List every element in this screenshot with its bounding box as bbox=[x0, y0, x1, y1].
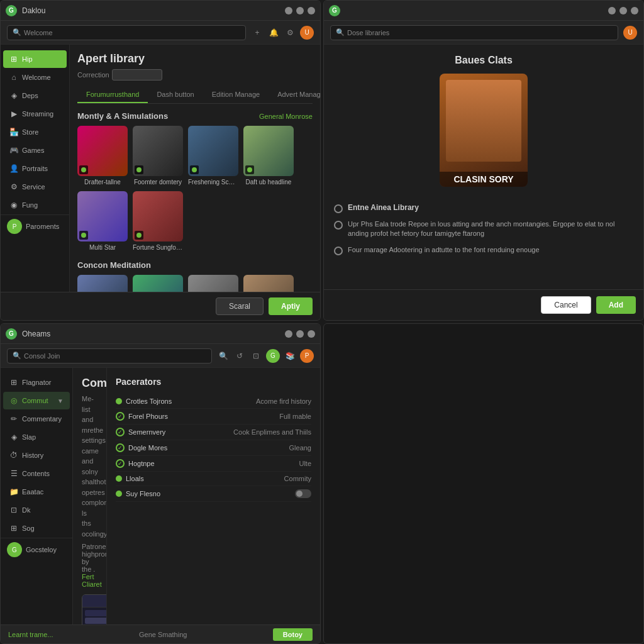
param-name: Lloals bbox=[126, 475, 144, 482]
sidebar-item-flagnator[interactable]: ⊞ Flagnator bbox=[3, 374, 70, 391]
tab-advert[interactable]: Advert Manage bbox=[269, 87, 320, 103]
window-icon[interactable]: ⊡ bbox=[250, 350, 262, 362]
close-button[interactable] bbox=[308, 330, 315, 338]
flagnator-icon: ⊞ bbox=[9, 378, 18, 387]
sidebar-item-community[interactable]: ◎ Commut ▼ bbox=[3, 392, 70, 409]
game-card[interactable]: Cam Harmongate bbox=[243, 275, 294, 292]
search2-icon[interactable]: 🔍 bbox=[217, 350, 230, 362]
param-check: ✓ bbox=[116, 428, 125, 436]
game-figure bbox=[446, 80, 521, 162]
bases-title: Baues Clats bbox=[455, 55, 513, 66]
user-avatar[interactable]: G bbox=[266, 349, 280, 363]
game-card[interactable]: Fortune Sungfountry bbox=[133, 191, 183, 252]
param-value: Cook Enplimes and Thiils bbox=[233, 428, 311, 436]
sidebar-label: Portraits bbox=[22, 165, 48, 172]
params-panel: Pacerators Crotles Tojrons Acome fird hi… bbox=[106, 368, 320, 625]
refresh-icon[interactable]: ↺ bbox=[233, 350, 246, 362]
game-card[interactable]: Full Dosh Gernation bbox=[188, 275, 238, 292]
sidebar-item-contents[interactable]: ☰ Contents bbox=[3, 465, 70, 482]
add-icon[interactable]: + bbox=[251, 26, 264, 39]
breadcrumb-input[interactable] bbox=[112, 69, 162, 80]
tab-forum[interactable]: Forumurrusthand bbox=[77, 87, 148, 103]
bottom-right-button[interactable]: Botoy bbox=[273, 628, 313, 641]
option-radio-3[interactable] bbox=[334, 247, 343, 255]
cancel-button[interactable]: Scaral bbox=[216, 297, 264, 315]
option-text-3: Four marage Adootering in adtutte to the… bbox=[348, 245, 540, 255]
dialog-footer: Cancel Add bbox=[324, 289, 643, 320]
user-avatar[interactable]: U bbox=[623, 26, 637, 40]
tab-dash[interactable]: Dash button bbox=[148, 87, 203, 103]
close-button[interactable] bbox=[631, 7, 638, 14]
see-more-1[interactable]: General Monrose bbox=[259, 113, 313, 120]
search-placeholder: Dose libraries bbox=[347, 29, 389, 36]
library-icon[interactable]: 📚 bbox=[284, 350, 296, 362]
game-card[interactable]: Multi Star bbox=[77, 191, 128, 252]
sidebar-label: History bbox=[22, 452, 43, 459]
sidebar-item-dk[interactable]: ⊡ Dk bbox=[3, 501, 70, 519]
search-box[interactable]: 🔍 Consol Join bbox=[7, 348, 212, 364]
window-controls bbox=[285, 7, 315, 14]
add-button[interactable]: Add bbox=[596, 296, 636, 314]
game-name: Daft ub headline bbox=[243, 179, 294, 186]
profile-avatar[interactable]: G bbox=[7, 542, 22, 557]
tab-edition[interactable]: Edition Manage bbox=[203, 87, 269, 103]
game-card[interactable]: Foomter domtery bbox=[133, 126, 183, 186]
search-placeholder: Consol Join bbox=[24, 352, 60, 360]
profile-name: Gocsteloy bbox=[26, 546, 57, 553]
option-label-1: Entne Ainea Library bbox=[348, 203, 419, 212]
game-card[interactable]: Scopper Themes bbox=[77, 275, 128, 292]
param-value: Full mable bbox=[279, 413, 311, 420]
game-thumbnail bbox=[243, 126, 294, 176]
sidebar-item-home[interactable]: ⊞ Hip bbox=[3, 50, 67, 68]
sidebar-item-fung[interactable]: ◉ Fung bbox=[3, 196, 67, 214]
sidebar-item-streaming[interactable]: ▶ Streaming bbox=[3, 105, 67, 123]
bottom-left-link[interactable]: Learnt trame... bbox=[8, 631, 53, 638]
sidebar-item-sog[interactable]: ⊞ Sog bbox=[3, 519, 70, 537]
game-card[interactable]: Full tellers bbox=[133, 275, 183, 292]
maximize-button[interactable] bbox=[619, 7, 627, 14]
sidebar-item-commentary[interactable]: ✏ Commentary bbox=[3, 410, 70, 428]
game-card[interactable]: Daft ub headline bbox=[243, 126, 294, 186]
close-button[interactable] bbox=[308, 7, 315, 14]
search-box[interactable]: 🔍 Dose libraries bbox=[330, 25, 618, 40]
user-avatar[interactable]: U bbox=[300, 26, 314, 40]
sidebar-item-welcome[interactable]: ⌂ Welcome bbox=[3, 69, 67, 86]
toggle-switch[interactable] bbox=[295, 489, 311, 498]
apply-button[interactable]: Aptiy bbox=[269, 297, 313, 315]
option-radio-2[interactable] bbox=[334, 221, 343, 230]
sidebar-item-slap[interactable]: ◈ Slap bbox=[3, 428, 70, 446]
cancel-button[interactable]: Cancel bbox=[541, 296, 591, 314]
feature-link[interactable]: Fert Cliaret bbox=[82, 573, 102, 588]
option-row-2: Upr Phs Eala trode Repoe in lous atting … bbox=[334, 219, 633, 239]
sidebar-item-history[interactable]: ⏱ History bbox=[3, 447, 70, 464]
settings-icon[interactable]: ⚙ bbox=[284, 26, 296, 39]
maximize-button[interactable] bbox=[296, 330, 304, 338]
window-library: G Daklou 🔍 Welcome + 🔔 ⚙ U ⊞ Hip ⌂ We bbox=[0, 0, 321, 321]
game-card[interactable]: Drafter-tallne bbox=[77, 126, 128, 186]
game-name: Fortune Sungfountry bbox=[133, 244, 183, 252]
window-controls bbox=[285, 330, 315, 338]
sidebar-item-deps[interactable]: ◈ Deps bbox=[3, 87, 67, 104]
profile-avatar[interactable]: P bbox=[7, 219, 22, 234]
minimize-button[interactable] bbox=[608, 7, 616, 14]
search-box[interactable]: 🔍 Welcome bbox=[7, 25, 246, 40]
maximize-button[interactable] bbox=[296, 7, 304, 14]
sidebar-item-service[interactable]: ⚙ Service bbox=[3, 178, 67, 196]
home-icon: ⊞ bbox=[9, 55, 18, 64]
profile-name: Paroments bbox=[26, 223, 59, 230]
param-dot bbox=[116, 398, 122, 404]
sidebar-item-games[interactable]: 🎮 Games bbox=[3, 142, 67, 159]
profile-avatar[interactable]: P bbox=[300, 349, 314, 363]
sidebar-item-store[interactable]: 🏪 Store bbox=[3, 123, 67, 141]
notification-icon[interactable]: 🔔 bbox=[267, 26, 280, 39]
param-name: Suy Flesno bbox=[126, 490, 160, 497]
game-name: Drafter-tallne bbox=[77, 179, 128, 186]
option-radio-1[interactable] bbox=[334, 204, 343, 213]
minimize-button[interactable] bbox=[285, 7, 292, 14]
game-card[interactable]: Freshening Scoped bbox=[188, 126, 238, 186]
search-icon: 🔍 bbox=[13, 28, 21, 36]
sidebar-item-eaatac[interactable]: 📁 Eaatac bbox=[3, 483, 70, 501]
sidebar-item-portraits[interactable]: 👤 Portraits bbox=[3, 160, 67, 177]
minimize-button[interactable] bbox=[285, 330, 292, 338]
contents-icon: ☰ bbox=[9, 469, 18, 478]
